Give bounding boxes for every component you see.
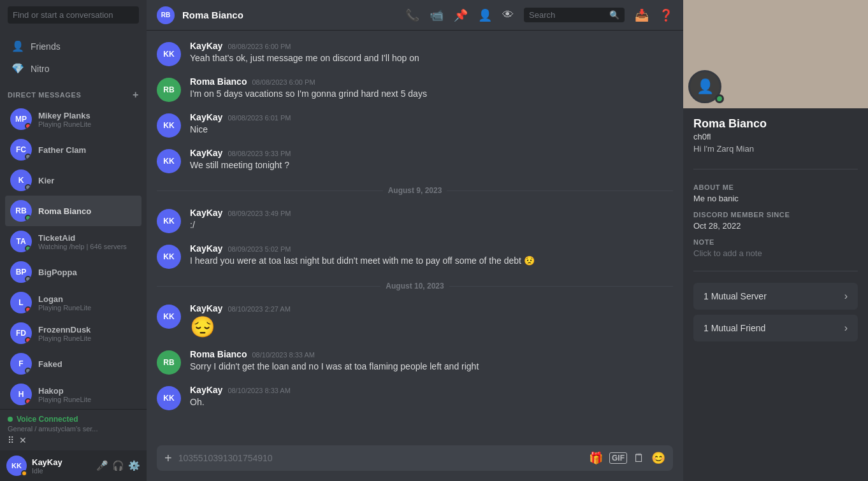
dm-item-bigpoppa[interactable]: BP BigPoppa (5, 257, 141, 287)
msg-author-m5: KayKay (190, 208, 222, 218)
mutual-server-label: 1 Mutual Server (704, 291, 767, 301)
mutual-friend-item[interactable]: 1 Mutual Friend › (693, 315, 858, 341)
help-icon[interactable]: ❓ (659, 8, 673, 22)
member-since-value: Oct 28, 2022 (693, 221, 858, 231)
message-group-m2: RB Roma Bianco 08/08/2023 6:00 PM I'm on… (157, 76, 673, 102)
header-search-input[interactable] (529, 10, 605, 20)
username-frozenn: FrozennDusk (38, 325, 136, 334)
message-group-m4: KK KayKay 08/08/2023 9:33 PM We still me… (157, 148, 673, 173)
msg-text-m9: Oh. (190, 396, 673, 409)
msg-author-m2: Roma Bianco (190, 76, 247, 87)
status-dot-hakop (25, 398, 31, 405)
voice-connected-panel: Voice Connected General / amustyclam's s… (0, 409, 147, 450)
status-dot-kier (25, 184, 31, 190)
dm-item-ticketaid[interactable]: TA TicketAid Watching /help | 646 server… (5, 226, 141, 257)
username-father-clam: Father Clam (38, 145, 136, 155)
msg-content-m9: KayKay 08/10/2023 8:33 AM Oh. (190, 385, 673, 410)
inbox-icon[interactable]: 📥 (635, 8, 649, 22)
msg-header-m3: KayKay 08/08/2023 6:01 PM (190, 112, 673, 122)
mutual-server-chevron: › (844, 291, 848, 302)
dm-item-roma-bianco[interactable]: RB Roma Bianco (5, 196, 141, 226)
user-info-faked: Faked (38, 359, 136, 369)
user-info-kier: Kier (38, 176, 136, 185)
avatar-hakop: H (10, 384, 32, 405)
user-info-mikey: Mikey Planks Playing RuneLite (38, 111, 136, 128)
current-user-status-dot (21, 470, 27, 477)
input-actions: 🎁 GIF 🗒 😊 (589, 451, 665, 465)
right-panel: 👤 Roma Bianco ch0fl Hi I'm Zarq Mian ABO… (683, 0, 868, 481)
settings-button[interactable]: ⚙️ (128, 460, 140, 471)
dm-item-faked[interactable]: F Faked (5, 348, 141, 379)
message-input[interactable] (178, 445, 582, 471)
search-bar (0, 0, 147, 30)
profile-section: Roma Bianco ch0fl Hi I'm Zarq Mian (683, 108, 868, 162)
mutual-server-item[interactable]: 1 Mutual Server › (693, 283, 858, 310)
msg-content-m3: KayKay 08/08/2023 6:01 PM Nice (190, 112, 673, 138)
msg-timestamp-m4: 08/08/2023 9:33 PM (228, 150, 291, 157)
new-dm-button[interactable]: + (133, 90, 139, 100)
msg-content-m2: Roma Bianco 08/08/2023 6:00 PM I'm on 5 … (190, 76, 673, 102)
pin-icon[interactable]: 📌 (454, 8, 468, 22)
status-dot-roma-bianco (25, 215, 31, 221)
user-info-ticketaid: TicketAid Watching /help | 646 servers (38, 233, 136, 250)
input-area: + 🎁 GIF 🗒 😊 (147, 445, 683, 481)
msg-text-m5: :/ (190, 219, 673, 232)
msg-timestamp-m5: 08/09/2023 3:49 PM (228, 210, 291, 217)
vc-controls: ⠿ ✕ (8, 435, 139, 445)
avatar-bigpoppa: BP (10, 261, 32, 283)
voice-call-icon[interactable]: 📞 (405, 8, 419, 22)
message-group-m3: KK KayKay 08/08/2023 6:01 PM Nice (157, 112, 673, 138)
avatar-faked: F (10, 353, 32, 375)
chat-header: RB Roma Bianco 📞 📹 📌 👤 👁 🔍 📥 ❓ (147, 0, 683, 31)
message-group-m9: KK KayKay 08/10/2023 8:33 AM Oh. (157, 385, 673, 410)
dm-item-father-clam[interactable]: FC Father Clam (5, 134, 141, 165)
sidebar-item-friends[interactable]: 👤 Friends (5, 35, 141, 57)
msg-author-m9: KayKay (190, 385, 222, 395)
msg-text-m8: Sorry I didn't get the loan and no I was… (190, 361, 673, 373)
sidebar-item-nitro[interactable]: 💎 Nitro (5, 57, 141, 80)
user-panel: KK KayKay Idle 🎤 🎧 ⚙️ (0, 450, 147, 481)
msg-content-m5: KayKay 08/09/2023 3:49 PM :/ (190, 208, 673, 233)
find-conversation-input[interactable] (8, 6, 139, 24)
msg-timestamp-m3: 08/08/2023 6:01 PM (228, 114, 291, 122)
add-friend-icon[interactable]: 👤 (478, 8, 492, 22)
msg-content-m8: Roma Bianco 08/10/2023 8:33 AM Sorry I d… (190, 349, 673, 375)
vc-sound-btn[interactable]: ⠿ (8, 435, 14, 445)
msg-avatar-m6: KK (157, 245, 181, 269)
message-group-m6: KK KayKay 08/09/2023 5:02 PM I heard you… (157, 243, 673, 269)
username-mikey: Mikey Planks (38, 111, 136, 120)
sticker-icon[interactable]: 🗒 (633, 452, 645, 465)
status-dot-frozenn (25, 337, 31, 343)
msg-content-m6: KayKay 08/09/2023 5:02 PM I heard you we… (190, 243, 673, 269)
dm-item-hakop[interactable]: H Hakop Playing RuneLite (5, 379, 141, 409)
dm-item-logan[interactable]: L Logan Playing RuneLite (5, 287, 141, 318)
vc-disconnect-btn[interactable]: ✕ (19, 435, 27, 445)
main-chat: RB Roma Bianco 📞 📹 📌 👤 👁 🔍 📥 ❓ KK KayKay… (147, 0, 683, 481)
gift-icon[interactable]: 🎁 (589, 451, 603, 465)
note-field[interactable]: Click to add a note (693, 248, 858, 258)
video-online-indicator (715, 94, 724, 103)
avatar-logan: L (10, 292, 32, 313)
deafen-button[interactable]: 🎧 (112, 460, 124, 471)
msg-header-m4: KayKay 08/08/2023 9:33 PM (190, 148, 673, 158)
friends-label: Friends (31, 41, 61, 52)
avatar-frozenn: FD (10, 322, 32, 344)
video-preview: 👤 (683, 0, 868, 108)
chat-header-actions: 📞 📹 📌 👤 👁 🔍 📥 ❓ (405, 8, 673, 22)
msg-timestamp-m6: 08/09/2023 5:02 PM (228, 245, 291, 253)
msg-author-m8: Roma Bianco (190, 349, 247, 359)
attach-button[interactable]: + (164, 451, 172, 466)
msg-emoji-m7: 😔 (190, 315, 673, 339)
friends-icon: 👤 (11, 40, 24, 52)
video-call-icon[interactable]: 📹 (430, 8, 444, 22)
mute-button[interactable]: 🎤 (96, 460, 108, 471)
dm-item-frozenn[interactable]: FD FrozennDusk Playing RuneLite (5, 318, 141, 348)
emoji-icon[interactable]: 😊 (651, 451, 665, 465)
gif-icon[interactable]: GIF (609, 452, 627, 464)
dm-item-mikey[interactable]: MP Mikey Planks Playing RuneLite (5, 104, 141, 134)
dm-item-kier[interactable]: K Kier (5, 165, 141, 196)
hide-profile-icon[interactable]: 👁 (502, 8, 514, 22)
avatar-roma-bianco: RB (10, 200, 32, 222)
msg-header-m8: Roma Bianco 08/10/2023 8:33 AM (190, 349, 673, 359)
msg-avatar-m7: KK (157, 305, 181, 329)
